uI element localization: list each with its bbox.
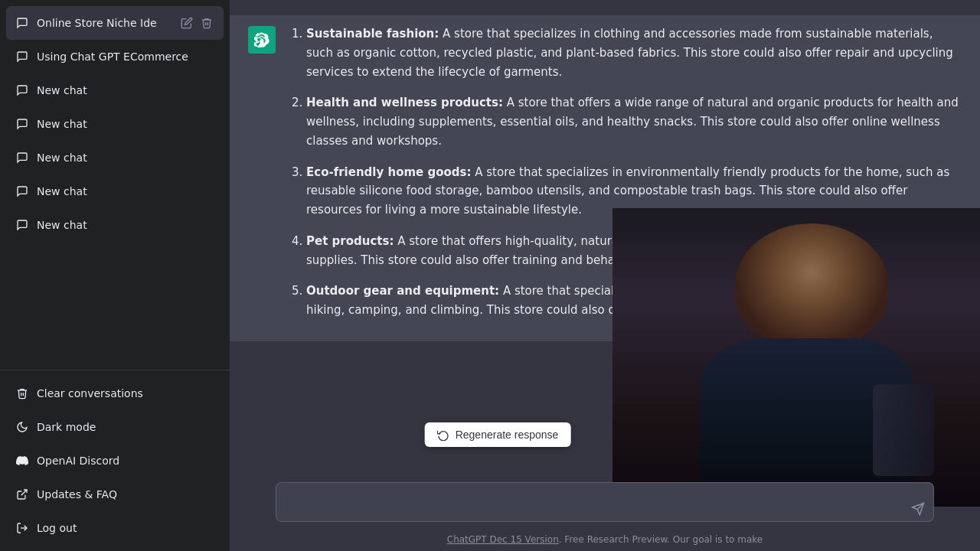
chat-icon: [15, 16, 29, 30]
footer-link[interactable]: ChatGPT Dec 15 Version: [447, 534, 559, 545]
sidebar-item-clear-conversations[interactable]: Clear conversations: [6, 377, 224, 410]
chat-icon: [15, 117, 29, 131]
delete-chat-button[interactable]: [199, 15, 214, 31]
sidebar-item-new-chat-1-label: New chat: [37, 84, 214, 96]
dark-mode-label: Dark mode: [37, 421, 214, 433]
sidebar-item-new-chat-2[interactable]: New chat: [6, 107, 224, 141]
sidebar-item-logout[interactable]: Log out: [6, 511, 224, 545]
sidebar-item-using-chat-gpt[interactable]: Using Chat GPT ECommerce: [6, 40, 224, 73]
chat-messages: Sustainable fashion: A store that specia…: [230, 0, 980, 473]
list-item: Eco-friendly home goods: A store that sp…: [306, 163, 962, 220]
footer-text: . Free Research Preview. Our goal is to …: [559, 534, 763, 545]
list-item: Sustainable fashion: A store that specia…: [306, 24, 962, 81]
regenerate-label: Regenerate response: [456, 429, 559, 441]
logout-icon: [15, 521, 29, 535]
sidebar-item-new-chat-3[interactable]: New chat: [6, 141, 224, 174]
chat-icon: [15, 83, 29, 97]
sidebar-item-online-store-label: Online Store Niche Ide: [37, 17, 172, 29]
regenerate-button[interactable]: Regenerate response: [425, 422, 571, 447]
logout-label: Log out: [37, 522, 214, 534]
list-item: Health and wellness products: A store th…: [306, 93, 962, 150]
chat-icon: [15, 151, 29, 165]
input-wrapper: [276, 482, 934, 525]
moon-icon: [15, 420, 29, 434]
footer: ChatGPT Dec 15 Version. Free Research Pr…: [230, 531, 980, 551]
clear-conversations-label: Clear conversations: [37, 387, 214, 399]
response-list: Sustainable fashion: A store that specia…: [288, 24, 962, 320]
sidebar: Online Store Niche Ide Using Chat GPT EC…: [0, 0, 230, 551]
chat-input[interactable]: [276, 482, 934, 522]
input-area: [230, 473, 980, 531]
message-row-assistant: Sustainable fashion: A store that specia…: [230, 15, 980, 341]
trash-icon: [15, 386, 29, 400]
sidebar-item-using-chat-gpt-label: Using Chat GPT ECommerce: [37, 51, 214, 63]
chat-icon: [15, 50, 29, 64]
chat-icon: [15, 218, 29, 232]
message-body: Sustainable fashion: A store that specia…: [288, 24, 962, 332]
sidebar-item-new-chat-5-label: New chat: [37, 219, 214, 231]
list-item: Pet products: A store that offers high-q…: [306, 232, 962, 270]
sidebar-item-updates-faq[interactable]: Updates & FAQ: [6, 478, 224, 511]
discord-icon: [15, 454, 29, 468]
sidebar-item-new-chat-4-label: New chat: [37, 185, 214, 197]
list-item: Outdoor gear and equipment: A store that…: [306, 282, 962, 320]
sidebar-item-new-chat-4[interactable]: New chat: [6, 174, 224, 208]
sidebar-item-new-chat-2-label: New chat: [37, 118, 214, 130]
sidebar-item-dark-mode[interactable]: Dark mode: [6, 410, 224, 444]
chat-icon: [15, 184, 29, 198]
sidebar-item-new-chat-5[interactable]: New chat: [6, 208, 224, 242]
sidebar-top: Online Store Niche Ide Using Chat GPT EC…: [0, 0, 230, 370]
sidebar-item-actions: [179, 15, 214, 31]
svg-line-0: [21, 490, 27, 495]
avatar: [248, 26, 276, 54]
sidebar-item-online-store[interactable]: Online Store Niche Ide: [6, 6, 224, 40]
sidebar-item-new-chat-1[interactable]: New chat: [6, 73, 224, 107]
sidebar-item-discord[interactable]: OpenAI Discord: [6, 444, 224, 478]
send-button[interactable]: [911, 502, 925, 516]
external-link-icon: [15, 487, 29, 501]
discord-label: OpenAI Discord: [37, 455, 214, 467]
updates-faq-label: Updates & FAQ: [37, 488, 214, 500]
sidebar-item-new-chat-3-label: New chat: [37, 152, 214, 164]
sidebar-bottom: Clear conversations Dark mode OpenAI Dis…: [0, 370, 230, 551]
edit-chat-button[interactable]: [179, 15, 194, 31]
main-content: Sustainable fashion: A store that specia…: [230, 0, 980, 551]
